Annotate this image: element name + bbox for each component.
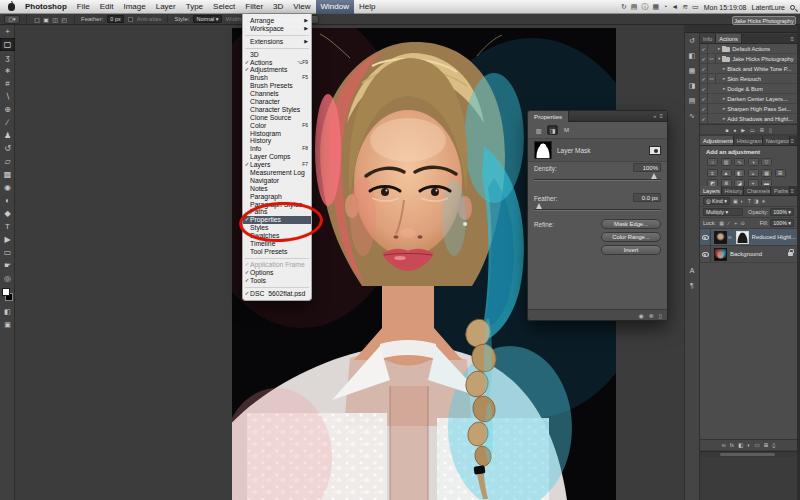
new-selection-icon[interactable]: ▢ <box>33 16 41 23</box>
density-slider-knob[interactable] <box>651 173 657 179</box>
channel-mixer-icon[interactable]: ▦ <box>761 169 772 177</box>
menu-item-tools[interactable]: ✓Tools <box>243 277 311 285</box>
menu-layer[interactable]: Layer <box>151 0 181 14</box>
menu-file[interactable]: File <box>72 0 95 14</box>
hue-saturation-icon[interactable]: ≡ <box>707 169 718 177</box>
menu-item-extensions[interactable]: Extensions▶ <box>243 38 311 46</box>
new-group-icon[interactable]: ▭ <box>754 442 759 448</box>
scrollbar-handle[interactable] <box>720 453 775 456</box>
layer-mask-thumbnail[interactable] <box>534 141 552 159</box>
tab-navigator[interactable]: Navigator <box>763 136 791 145</box>
action-row-black-and-white-tone-p[interactable]: ✓▸Black and White Tone P... <box>700 64 797 74</box>
expand-arrow-icon[interactable]: ▸ <box>723 96 725 101</box>
color-panel-icon[interactable]: ◨ <box>685 78 699 93</box>
menu-image[interactable]: Image <box>118 0 150 14</box>
visibility-toggle[interactable] <box>700 229 711 246</box>
menu-item-history[interactable]: History <box>243 137 311 145</box>
menu-clock[interactable]: Mon 15:19:08 <box>704 4 747 11</box>
add-mask-icon[interactable]: ◧ <box>738 442 743 448</box>
menu-item-color[interactable]: ColorF6 <box>243 122 311 130</box>
brightness-contrast-icon[interactable]: ☼ <box>707 158 718 166</box>
black-white-icon[interactable]: ◧ <box>734 169 745 177</box>
checkmark-icon[interactable]: ✓ <box>700 104 708 114</box>
layer-row-background[interactable]: Background <box>700 246 797 263</box>
menu-edit[interactable]: Edit <box>95 0 119 14</box>
style-select[interactable]: Normal ▾ <box>193 15 221 23</box>
hand-tool[interactable]: ☛ <box>0 259 15 272</box>
tab-channels[interactable]: Channels <box>744 186 771 195</box>
wifi-icon[interactable]: ≋ <box>682 0 688 14</box>
spot-healing-tool[interactable]: ⊕ <box>0 103 15 116</box>
lock-position-icon[interactable]: + <box>732 220 739 226</box>
history-brush-tool[interactable]: ↺ <box>0 142 15 155</box>
levels-icon[interactable]: ▥ <box>721 158 732 166</box>
feather-value[interactable]: 0.0 px <box>633 193 661 202</box>
filter-type-icon[interactable]: T <box>746 198 753 204</box>
add-selection-icon[interactable]: ▣ <box>42 16 50 23</box>
panel-dock-grip[interactable] <box>684 25 800 33</box>
character-panel-icon[interactable]: A <box>685 263 699 278</box>
tool-preset-picker[interactable]: ▢▾ <box>4 15 20 24</box>
menu-item-measurement-log[interactable]: Measurement Log <box>243 169 311 177</box>
menu-item-brush[interactable]: BrushF5 <box>243 74 311 82</box>
mask-edge-button[interactable]: Mask Edge... <box>601 219 661 229</box>
filter-shape-icon[interactable]: ◨ <box>753 198 760 204</box>
load-selection-icon[interactable]: ◉ <box>638 312 643 319</box>
color-balance-icon[interactable]: ▲ <box>721 169 732 177</box>
menu-item-3d[interactable]: 3D <box>243 51 311 59</box>
layer-style-icon[interactable]: fx <box>730 442 734 448</box>
properties-tab[interactable]: Properties <box>528 111 569 122</box>
delete-layer-icon[interactable]: ▯ <box>772 442 775 448</box>
screen-mode-button[interactable]: ▣ <box>0 318 15 331</box>
checkmark-icon[interactable]: ✓ <box>700 64 708 74</box>
tab-history[interactable]: History <box>722 186 744 195</box>
swatches-panel-icon[interactable]: ▦ <box>685 63 699 78</box>
workspace-switcher-button[interactable]: Jake Hicks Photography <box>732 16 796 25</box>
checkmark-icon[interactable]: ✓ <box>700 94 708 104</box>
masks-view-icon[interactable]: ◨ <box>547 125 558 135</box>
quick-selection-tool[interactable]: ∗ <box>0 64 15 77</box>
layer-thumbnail[interactable] <box>714 248 727 261</box>
move-tool[interactable]: + <box>0 25 15 38</box>
keyboard-icon[interactable]: ▦ <box>652 0 659 14</box>
filter-pixel-icon[interactable]: ▣ <box>732 198 739 204</box>
lock-all-icon[interactable]: ⊙ <box>739 220 746 226</box>
action-row-dodge-burn[interactable]: ✓▸Dodge & Burn <box>700 84 797 94</box>
foreground-color-swatch[interactable] <box>2 288 10 296</box>
collapse-panel-icon[interactable]: « <box>653 113 656 119</box>
action-row-darken-center-layers[interactable]: ✓▸Darken Center Layers... <box>700 94 797 104</box>
menu-filter[interactable]: Filter <box>240 0 268 14</box>
paths-panel-icon[interactable]: ∿ <box>685 108 699 123</box>
menu-item-paragraph[interactable]: Paragraph <box>243 193 311 201</box>
brush-tool[interactable]: ∕ <box>0 116 15 129</box>
feather-slider[interactable] <box>534 209 661 211</box>
new-action-icon[interactable]: ⊞ <box>760 127 764 133</box>
checkmark-icon[interactable]: ✓ <box>700 44 708 54</box>
delete-mask-icon[interactable]: ▯ <box>659 312 662 319</box>
menu-item-info[interactable]: InfoF8 <box>243 145 311 153</box>
action-row-default-actions[interactable]: ✓▸Default Actions <box>700 44 797 54</box>
apply-mask-icon[interactable]: ⊗ <box>649 312 654 319</box>
anti-alias-checkbox[interactable] <box>128 17 133 22</box>
action-row-sharpen-high-pass-set[interactable]: ✓▸Sharpen High Pass Set... <box>700 104 797 114</box>
layer-thumbnail[interactable] <box>714 231 727 244</box>
sync-icon[interactable]: ↻ <box>621 0 627 14</box>
action-row-skin-retouch[interactable]: ✓▭▸Skin Retouch <box>700 74 797 84</box>
link-layers-icon[interactable]: ∞ <box>722 442 726 448</box>
checkmark-icon[interactable]: ✓ <box>700 84 708 94</box>
fill-input[interactable]: 100% ▾ <box>770 219 794 227</box>
tab-info[interactable]: Info <box>700 34 716 43</box>
feather-slider-knob[interactable] <box>536 203 542 209</box>
menu-item-dsc-5602flat-psd[interactable]: ✓DSC_5602flat.psd <box>243 290 311 298</box>
menu-item-layer-comps[interactable]: Layer Comps <box>243 153 311 161</box>
checkmark-icon[interactable]: ✓ <box>700 74 708 84</box>
menu-select[interactable]: Select <box>208 0 240 14</box>
display-icon[interactable]: ▤ <box>631 0 638 14</box>
delete-action-icon[interactable]: ▯ <box>769 127 772 133</box>
opacity-input[interactable]: 100% ▾ <box>770 208 794 216</box>
play-icon[interactable]: ▶ <box>741 127 745 133</box>
menu-item-layers[interactable]: ✓LayersF7 <box>243 161 311 169</box>
clone-stamp-tool[interactable]: ♟ <box>0 129 15 142</box>
tab-actions[interactable]: Actions <box>716 34 741 43</box>
menu-item-histogram[interactable]: Histogram <box>243 130 311 138</box>
